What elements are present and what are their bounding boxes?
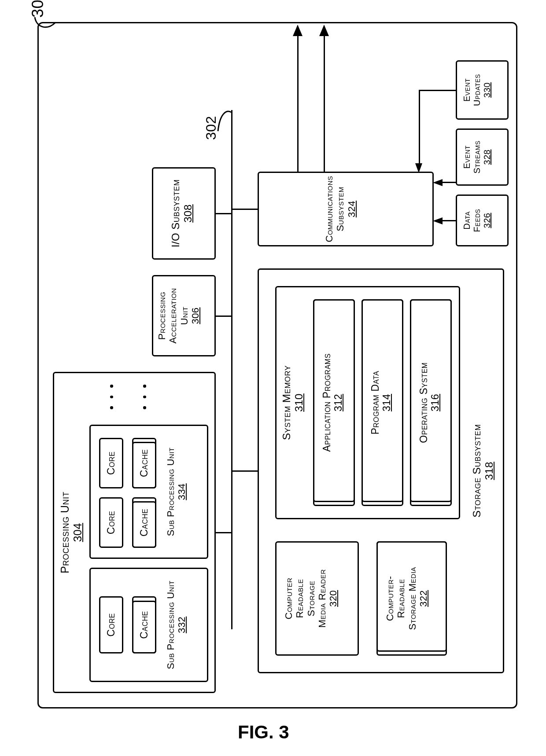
spu-332-core-label: Core (105, 596, 117, 653)
storage-to-bus-line (232, 470, 258, 472)
media-reader-ref: 320 (328, 590, 339, 607)
storage-media-ref: 322 (418, 590, 429, 607)
acceleration-title1: Processing (156, 292, 167, 340)
spu-334-core1-label: Core (105, 497, 117, 548)
event-streams-l2: Streams (472, 140, 482, 173)
io-to-bus-line (216, 213, 232, 214)
storage-title-text: Storage Subsystem (471, 424, 483, 517)
system-ref-curve (34, 6, 58, 30)
bus-ref-curve (218, 110, 233, 136)
spu-332-ref: 332 (176, 617, 187, 633)
system-memory-title: System Memory 310 (280, 286, 305, 519)
data-feeds-ref: 326 (482, 213, 492, 228)
comms-out-arrow-1 (293, 25, 303, 36)
event-streams-ref: 328 (482, 150, 492, 165)
data-feeds-arrow-line (440, 220, 456, 221)
io-title: I/O Subsystem (170, 180, 181, 248)
event-streams-title: Event Streams 328 (462, 128, 492, 186)
acceleration-to-bus-line (216, 316, 232, 317)
media-reader-l2: Readable (294, 579, 305, 618)
storage-ref: 318 (483, 462, 495, 480)
spu-332-cache-label: Cache (138, 596, 150, 653)
spu-ellipsis-2 (143, 385, 146, 410)
sysmem-title: System Memory (280, 365, 292, 440)
event-streams-l1: Event (462, 145, 472, 169)
progdata-title: Program Data (369, 371, 381, 434)
comms-subsystem-title: Communications Subsystem 324 (324, 172, 357, 246)
storage-media-l2: Readable (395, 579, 406, 618)
spu-ellipsis-1 (110, 385, 113, 410)
data-feeds-title: Data Feeds 326 (462, 195, 492, 246)
data-feeds-arrow (433, 217, 443, 224)
storage-media-l3: Storage Media (407, 567, 418, 630)
sysmem-ref: 310 (293, 393, 305, 412)
event-updates-ref: 330 (482, 82, 492, 98)
event-updates-title: Event Updates 330 (462, 60, 492, 120)
acceleration-title2: Acceleration (167, 288, 178, 343)
event-updates-arrow (415, 163, 422, 173)
os-title: Operating System 316 (418, 299, 441, 506)
io-subsystem-title: I/O Subsystem 308 (170, 167, 194, 260)
program-data-title: Program Data 314 (369, 299, 393, 506)
spu-334-title-text: Sub Processing Unit (165, 448, 176, 536)
storage-media-l1: Computer- (384, 576, 395, 621)
rotated-drawing: 300 302 Processing Unit 304 Core Cache S… (29, 9, 517, 708)
processing-unit-title: Processing Unit 304 (59, 372, 84, 693)
os-title-text: Operating System (418, 362, 429, 443)
pu-to-bus-line (216, 532, 232, 533)
data-feeds-l1: Data (462, 211, 472, 230)
media-reader-l4: Media Reader (317, 569, 328, 628)
spu-334-cache1-label: Cache (138, 497, 150, 548)
storage-media-title: Computer- Readable Storage Media 322 (384, 541, 429, 656)
event-updates-l1: Event (462, 78, 472, 102)
spu-334-title: Sub Processing Unit 334 (165, 425, 188, 559)
acceleration-title3: Unit (179, 306, 190, 325)
storage-title: Storage Subsystem 318 (471, 268, 495, 673)
event-streams-arrow-line (440, 182, 456, 183)
app-programs-title: Application Programs 312 (321, 299, 344, 506)
spu-334-cache2-label: Cache (138, 438, 150, 488)
processing-unit-title-text: Processing Unit (59, 492, 71, 573)
apps-title: Application Programs (321, 353, 332, 452)
spu-334-core2-label: Core (105, 438, 117, 488)
media-reader-l3: Storage (306, 580, 317, 616)
acceleration-ref: 306 (190, 307, 201, 324)
data-feeds-l2: Feeds (472, 209, 482, 232)
event-streams-arrow (433, 179, 443, 186)
media-reader-title: Computer Readable Storage Media Reader 3… (283, 541, 339, 656)
media-reader-l1: Computer (283, 578, 294, 620)
comms-out-arrow-2 (319, 25, 329, 36)
bus-line (231, 110, 232, 629)
bus-ref: 302 (203, 116, 219, 140)
spu-332-title: Sub Processing Unit 332 (165, 568, 188, 682)
event-updates-l2: Updates (472, 74, 482, 106)
figure-caption: FIG. 3 (238, 722, 289, 743)
spu-334-ref: 334 (176, 483, 187, 500)
comms-ref: 324 (346, 201, 357, 217)
apps-ref: 312 (332, 394, 344, 411)
comms-title: Communications Subsystem (324, 172, 346, 246)
spu-332-title-text: Sub Processing Unit (165, 580, 176, 669)
event-updates-arrow-h (419, 90, 420, 165)
progdata-ref: 314 (381, 394, 392, 411)
acceleration-unit-title: Processing Acceleration Unit 306 (156, 275, 201, 356)
event-updates-arrow-v (420, 90, 456, 91)
comms-out-line-1 (297, 35, 299, 172)
os-ref: 316 (429, 394, 441, 411)
diagram-page: FIG. 3 300 302 Processing Unit 304 Core … (0, 0, 546, 756)
processing-unit-ref: 304 (71, 523, 84, 542)
comms-to-bus-line (232, 209, 258, 210)
io-ref: 308 (182, 204, 194, 223)
comms-out-line-2 (324, 35, 325, 172)
